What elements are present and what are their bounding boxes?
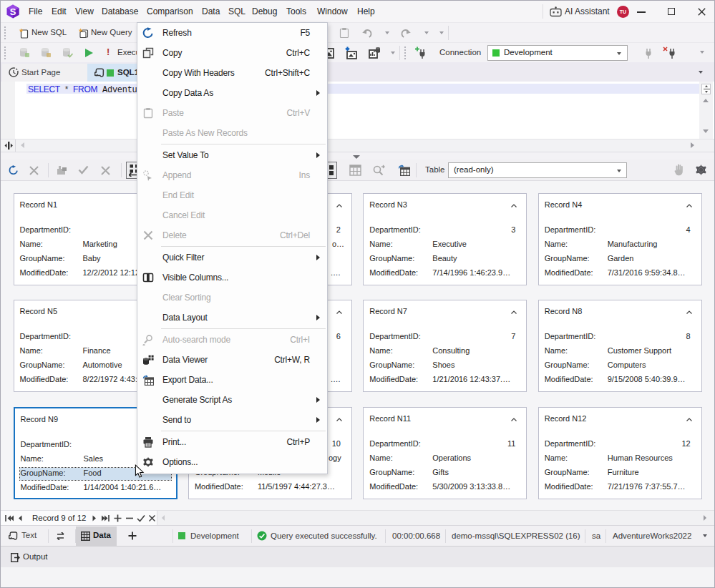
- svg-text:S: S: [10, 6, 16, 17]
